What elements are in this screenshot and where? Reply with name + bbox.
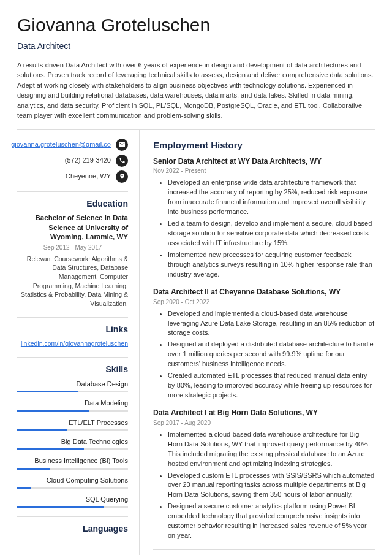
email-icon — [116, 139, 128, 151]
skill-name: Business Intelligence (BI) Tools — [17, 456, 128, 465]
job-bullets: Developed and implemented a cloud-based … — [153, 309, 375, 400]
location-text: Cheyenne, WY — [66, 172, 111, 181]
skill-name: ETL/ELT Processes — [17, 418, 128, 427]
job-bullet: Led a team to design, develop and implem… — [168, 219, 375, 248]
skill-bar — [17, 487, 128, 489]
skill-bar — [17, 391, 128, 392]
job-bullet: Developed an enterprise-wide data archit… — [168, 178, 375, 217]
skill-bar — [17, 468, 128, 470]
employment-heading: Employment History — [153, 139, 375, 151]
job-title-heading: Data Architect — [17, 40, 375, 53]
job-bullet: Developed custom ETL processes with SSIS… — [168, 471, 375, 500]
skill-name: Database Design — [17, 380, 128, 389]
skill-name: Data Modeling — [17, 399, 128, 408]
skill-bar — [17, 448, 128, 450]
education-dates: Sep 2012 - May 2017 — [17, 243, 128, 252]
job-bullet: Implemented a cloud-based data warehouse… — [168, 430, 375, 469]
phone-text: (572) 219-3420 — [65, 156, 111, 165]
skill-item: ETL/ELT Processes — [17, 418, 128, 431]
skill-name: Cloud Computing Solutions — [17, 476, 128, 485]
job-bullet: Designed a secure customer analytics pla… — [168, 502, 375, 541]
job-title: Data Architect II at Cheyenne Database S… — [153, 287, 375, 297]
education-desc: Relevant Coursework: Algorithms & Data S… — [17, 255, 128, 308]
job-title: Senior Data Architect at WY Data Archite… — [153, 156, 375, 167]
skill-bar — [17, 410, 128, 412]
skill-name: Big Data Technologies — [17, 437, 128, 446]
skill-item: Big Data Technologies — [17, 437, 128, 450]
job-dates: Nov 2022 - Present — [153, 167, 375, 175]
job-dates: Sep 2020 - Oct 2022 — [153, 298, 375, 307]
contact-phone-row: (572) 219-3420 — [17, 155, 128, 167]
linkedin-link[interactable]: linkedin.com/in/giovannagroteluschen — [17, 339, 128, 348]
skill-name: SQL Querying — [17, 495, 128, 504]
job-bullets: Implemented a cloud-based data warehouse… — [153, 430, 375, 541]
contact-email-row: giovanna.groteluschen@gmail.co — [17, 139, 128, 151]
education-heading: Education — [17, 198, 128, 210]
job-bullet: Implemented new processes for acquiring … — [168, 250, 375, 280]
job-bullet: Designed and deployed a distributed data… — [168, 340, 375, 369]
job-bullet: Created automated ETL processes that red… — [168, 371, 375, 400]
summary-text: A results-driven Data Architect with ove… — [17, 60, 375, 121]
skill-bar — [17, 506, 128, 508]
left-column: giovanna.groteluschen@gmail.co (572) 219… — [17, 130, 140, 555]
skills-heading: Skills — [17, 364, 128, 376]
languages-heading: Languages — [17, 523, 128, 535]
location-icon — [116, 170, 128, 183]
skill-item: Business Intelligence (BI) Tools — [17, 456, 128, 469]
contact-location-row: Cheyenne, WY — [17, 170, 128, 183]
skill-item: Cloud Computing Solutions — [17, 476, 128, 489]
candidate-name: Giovanna Groteluschen — [17, 12, 375, 38]
job-entry: Data Architect I at Big Horn Data Soluti… — [153, 408, 375, 541]
skill-item: SQL Querying — [17, 495, 128, 508]
phone-icon — [116, 155, 128, 167]
right-column: Employment History Senior Data Architect… — [140, 130, 375, 555]
skill-bar — [17, 429, 128, 431]
education-degree: Bachelor of Science in Data Science at U… — [17, 213, 128, 242]
skill-item: Data Modeling — [17, 399, 128, 411]
job-dates: Sep 2017 - Aug 2020 — [153, 419, 375, 427]
job-title: Data Architect I at Big Horn Data Soluti… — [153, 408, 375, 418]
job-bullet: Developed and implemented a cloud-based … — [168, 309, 375, 339]
skill-item: Database Design — [17, 380, 128, 392]
job-entry: Data Architect II at Cheyenne Database S… — [153, 287, 375, 400]
links-heading: Links — [17, 324, 128, 336]
job-bullets: Developed an enterprise-wide data archit… — [153, 178, 375, 279]
job-entry: Senior Data Architect at WY Data Archite… — [153, 156, 375, 280]
email-link[interactable]: giovanna.groteluschen@gmail.co — [11, 140, 111, 149]
